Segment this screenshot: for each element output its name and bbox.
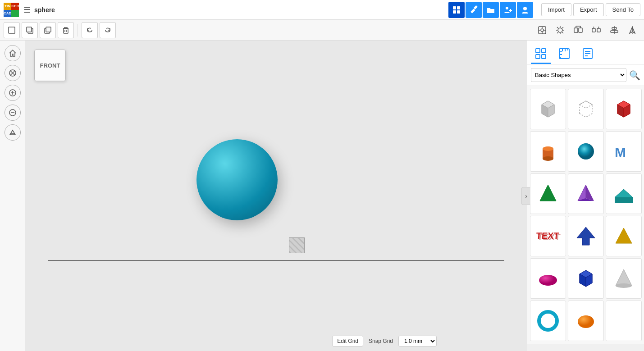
shape-cone[interactable] [606,258,642,299]
export-btn[interactable]: Export [573,3,604,16]
redo-btn[interactable] [100,22,116,38]
view-cube[interactable]: FRONT [34,50,66,81]
small-box-object[interactable] [289,237,305,253]
camera-target-btn[interactable] [534,22,550,38]
shape-pyramid-yellow[interactable] [606,216,642,256]
duplicate-btn[interactable] [40,22,56,38]
svg-rect-57 [536,49,540,53]
svg-rect-1 [457,6,460,9]
svg-rect-0 [453,6,456,9]
tinkercad-logo[interactable]: TIN KER CAD [4,3,18,17]
viewport[interactable]: FRONT Edit Grid Snap Grid 1.0 mm 0.5 mm … [25,41,527,351]
svg-point-105 [616,283,632,288]
shapes-row-5 [529,257,642,300]
svg-rect-10 [9,27,15,33]
svg-marker-88 [540,185,556,201]
align-btn[interactable] [606,22,622,38]
shape-text-3d[interactable]: TEXT TEXT [530,216,566,256]
tab-ruler[interactable] [554,44,574,64]
left-nav [0,41,25,351]
zoom-out-btn[interactable] [5,105,21,121]
svg-marker-89 [578,185,586,201]
toolbar [0,20,644,41]
shapes-category-select[interactable]: Basic Shapes Text & Numbers Math Communi… [531,68,626,82]
add-person-btn[interactable] [500,2,516,18]
svg-point-83 [543,146,553,151]
shape-box-blue[interactable] [568,258,604,299]
svg-point-9 [523,7,527,10]
shapes-header: Basic Shapes Text & Numbers Math Communi… [527,64,644,86]
home-view-btn[interactable] [5,45,21,61]
svg-marker-98 [616,228,632,243]
shape-box-hole[interactable] [568,89,604,129]
shape-pyramid-purple[interactable] [568,173,604,214]
shapes-search-btn[interactable]: 🔍 [629,70,640,81]
svg-rect-3 [457,10,460,14]
ungroup-btn[interactable] [588,22,604,38]
shape-roof-teal[interactable] [606,173,642,214]
svg-rect-12 [27,27,32,32]
zoom-in-btn[interactable] [5,85,21,101]
svg-rect-39 [597,28,600,32]
send-to-btn[interactable]: Send To [606,3,640,16]
shape-ellipsoid[interactable] [530,258,566,299]
svg-rect-33 [574,28,578,32]
svg-rect-4 [470,9,475,14]
svg-marker-46 [630,27,632,33]
tab-shapes-grid[interactable] [531,44,551,64]
folder-btn[interactable] [483,2,499,18]
svg-line-30 [562,32,564,33]
new-btn[interactable] [4,22,20,38]
svg-point-19 [541,29,544,32]
snap-grid-label: Snap Grid [369,338,393,344]
delete-btn[interactable] [58,22,74,38]
svg-point-6 [506,7,508,9]
svg-marker-96 [577,227,595,245]
edit-grid-btn[interactable]: Edit Grid [332,336,363,346]
shapes-row-2: M [529,130,642,173]
shape-box-red[interactable] [606,89,642,129]
fit-view-btn[interactable] [5,65,21,81]
svg-line-29 [557,27,558,28]
right-panel-tabs [527,41,644,64]
copy-btn[interactable] [22,22,38,38]
ground-plane [48,260,504,261]
collapse-panel-btn[interactable]: › [521,187,530,205]
svg-rect-2 [453,10,456,14]
shape-box-gray[interactable] [530,89,566,129]
status-bar: Edit Grid Snap Grid 1.0 mm 0.5 mm 0.25 m… [332,336,437,346]
view-cube-label: FRONT [40,62,60,69]
avatar-btn[interactable] [517,2,533,18]
svg-rect-93 [615,197,633,203]
svg-rect-34 [579,28,582,32]
svg-marker-104 [616,269,632,286]
svg-marker-77 [580,101,592,108]
svg-text:TEXT: TEXT [537,232,561,242]
svg-line-31 [562,27,564,28]
shape-cylinder[interactable] [530,131,566,172]
undo-btn[interactable] [82,22,98,38]
mirror-btn[interactable] [624,22,640,38]
action-buttons: Import Export Send To [541,3,640,16]
sphere-object[interactable] [196,139,278,220]
shape-torus[interactable] [530,301,566,341]
svg-rect-14 [46,27,51,32]
shape-placeholder[interactable] [606,301,642,341]
doc-menu-icon[interactable]: ☰ [23,5,31,15]
svg-marker-47 [632,27,635,33]
perspective-btn[interactable] [5,124,21,141]
group-btn[interactable] [570,22,586,38]
tab-notes[interactable] [578,44,598,64]
svg-rect-38 [592,28,595,32]
shape-orange[interactable] [568,301,604,341]
import-btn[interactable]: Import [541,3,571,16]
shape-arrow[interactable] [568,216,604,256]
shape-sphere[interactable] [568,131,604,172]
shape-pyramid-green[interactable] [530,173,566,214]
shape-letter-m[interactable]: M [606,131,642,172]
hammer-btn[interactable] [466,2,482,18]
separator-1 [78,24,78,36]
light-btn[interactable] [552,22,568,38]
grid-view-btn[interactable] [448,2,465,18]
snap-grid-select[interactable]: 1.0 mm 0.5 mm 0.25 mm 2.0 mm [398,336,437,346]
